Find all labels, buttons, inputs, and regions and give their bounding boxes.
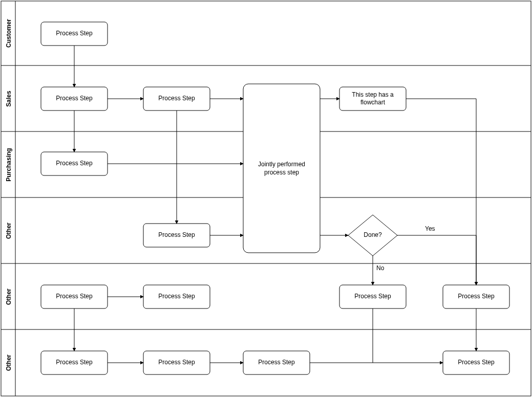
flowchart-step-label-2: flowchart xyxy=(360,99,386,106)
process-step-label: Process Step xyxy=(56,293,93,300)
lane-label-other2: Other xyxy=(5,289,12,305)
edge-label-no: No xyxy=(376,264,385,272)
process-step-label: Process Step xyxy=(158,359,195,366)
lane-label-sales: Sales xyxy=(5,91,12,107)
flowchart-step-label-1: This step has a xyxy=(352,91,394,98)
swimlane-diagram: Customer Sales Purchasing Other Other Ot… xyxy=(0,0,532,397)
lane-label-other3: Other xyxy=(5,355,12,371)
process-step-label: Process Step xyxy=(56,359,93,366)
process-step-label: Process Step xyxy=(56,95,93,102)
process-step-label: Process Step xyxy=(56,160,93,167)
process-step-label: Process Step xyxy=(354,293,391,300)
process-step-label: Process Step xyxy=(158,293,195,300)
process-step-label: Process Step xyxy=(458,293,495,300)
jointly-performed-label-2: process step xyxy=(264,169,299,176)
jointly-performed-label-1: Jointly performed xyxy=(258,161,305,168)
done-decision-label: Done? xyxy=(364,231,382,238)
lane-label-other1: Other xyxy=(5,223,12,239)
lane-label-customer: Customer xyxy=(5,19,12,48)
process-step-label: Process Step xyxy=(158,231,195,238)
lane-label-purchasing: Purchasing xyxy=(5,148,12,181)
jointly-performed-box xyxy=(243,84,320,253)
edge-label-yes: Yes xyxy=(425,225,435,232)
process-step-label: Process Step xyxy=(258,359,295,366)
process-step-label: Process Step xyxy=(56,30,93,37)
process-step-label: Process Step xyxy=(158,95,195,102)
process-step-label: Process Step xyxy=(458,359,495,366)
